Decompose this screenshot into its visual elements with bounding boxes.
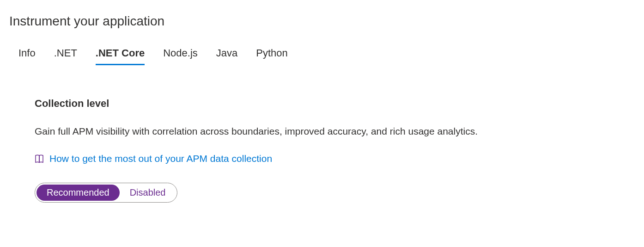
tab-java[interactable]: Java bbox=[216, 47, 237, 65]
help-link[interactable]: How to get the most out of your APM data… bbox=[49, 153, 272, 164]
section-title: Collection level bbox=[35, 98, 635, 110]
content-area: Collection level Gain full APM visibilit… bbox=[9, 98, 635, 203]
tabs-container: Info .NET .NET Core Node.js Java Python bbox=[9, 47, 635, 65]
tab-nodejs[interactable]: Node.js bbox=[163, 47, 198, 65]
page-title: Instrument your application bbox=[9, 14, 635, 29]
tab-dotnet[interactable]: .NET bbox=[54, 47, 77, 65]
tab-python[interactable]: Python bbox=[256, 47, 288, 65]
toggle-recommended[interactable]: Recommended bbox=[36, 185, 120, 201]
help-link-row: How to get the most out of your APM data… bbox=[35, 153, 635, 164]
collection-level-toggle: Recommended Disabled bbox=[35, 183, 177, 203]
section-description: Gain full APM visibility with correlatio… bbox=[35, 126, 635, 137]
tab-dotnet-core[interactable]: .NET Core bbox=[96, 47, 145, 65]
toggle-disabled[interactable]: Disabled bbox=[120, 185, 176, 201]
book-icon bbox=[35, 154, 45, 163]
tab-info[interactable]: Info bbox=[18, 47, 36, 65]
